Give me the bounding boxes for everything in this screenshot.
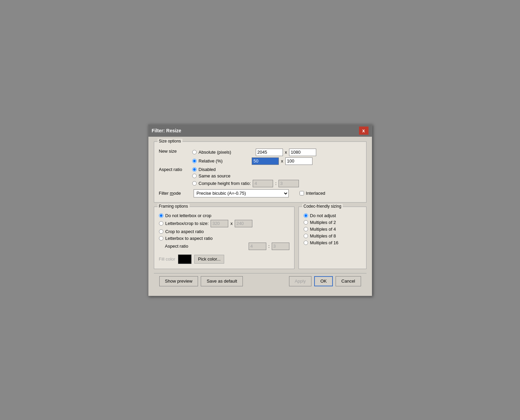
framing-aspect-height-input[interactable]: 3 [272, 243, 289, 250]
codec-radio-4[interactable] [304, 234, 308, 238]
aspect-same-radio[interactable] [192, 174, 197, 178]
codec-row-4: Multiples of 8 [304, 233, 361, 238]
framing-row-4: Letterbox to aspect ratio [159, 236, 289, 241]
aspect-ratio-label: Aspect ratio [159, 167, 190, 172]
letterbox-height-input[interactable]: 240 [235, 220, 252, 227]
codec-row-3: Multiples of 4 [304, 227, 361, 232]
interlaced-group: Interlaced [300, 191, 325, 196]
size-options-title: Size options [158, 139, 182, 144]
framing-label-4[interactable]: Letterbox to aspect ratio [165, 236, 213, 241]
codec-row-2: Multiples of 2 [304, 220, 361, 225]
show-preview-button[interactable]: Show preview [159, 276, 198, 286]
codec-label-3[interactable]: Multiples of 4 [310, 227, 336, 232]
framing-radio-1[interactable] [159, 213, 163, 218]
framing-row-3: Crop to aspect ratio [159, 229, 289, 234]
aspect-compute-label[interactable]: Compute height from ratio: [199, 181, 251, 186]
relative-x-sep: x [281, 158, 283, 164]
fill-color-label: Fill color [159, 256, 175, 262]
compute-height-row: Compute height from ratio: 4 : 3 [192, 180, 299, 187]
absolute-width-input[interactable]: 2045 [256, 149, 283, 156]
dialog-resize: Filter: Resize x Size options New size A… [148, 124, 372, 296]
apply-button[interactable]: Apply [289, 276, 312, 286]
bottom-sections: Framing options Do not letterbox or crop… [154, 207, 366, 269]
aspect-disabled-label[interactable]: Disabled [199, 167, 216, 172]
interlaced-label[interactable]: Interlaced [306, 191, 325, 196]
codec-sizing-title: Codec-friendly sizing [302, 204, 343, 209]
codec-row-5: Multiples of 16 [304, 240, 361, 245]
title-bar: Filter: Resize x [148, 125, 372, 137]
framing-label-1[interactable]: Do not letterbox or crop [165, 213, 212, 218]
codec-sizing-section: Codec-friendly sizing Do not adjust Mult… [299, 207, 366, 269]
aspect-compute-radio[interactable] [192, 181, 197, 186]
framing-options-title: Framing options [158, 204, 190, 209]
relative-width-input[interactable]: 50 [252, 157, 279, 165]
codec-options-list: Do not adjust Multiples of 2 Multiples o… [304, 211, 361, 245]
ratio-width-input[interactable]: 4 [253, 180, 273, 187]
framing-aspect-width-input[interactable]: 4 [249, 243, 266, 250]
aspect-disabled-radio[interactable] [192, 167, 197, 172]
ratio-colon: : [275, 181, 276, 186]
size-options-section: Size options New size Absolute (pixels) … [154, 141, 366, 203]
codec-row-1: Do not adjust [304, 213, 361, 218]
framing-row-2: Letterbox/crop to size: 320 x 240 [159, 220, 289, 227]
codec-label-5[interactable]: Multiples of 16 [310, 240, 339, 245]
ok-button[interactable]: OK [314, 276, 333, 286]
fill-color-row: Fill color Pick color... [159, 254, 289, 264]
close-button[interactable]: x [359, 127, 369, 135]
codec-radio-2[interactable] [304, 220, 308, 225]
ratio-height-input[interactable]: 3 [279, 180, 299, 187]
absolute-radio[interactable] [192, 150, 197, 154]
framing-options-list: Do not letterbox or crop Letterbox/crop … [159, 211, 289, 264]
dialog-body: Size options New size Absolute (pixels) … [148, 137, 372, 296]
aspect-same-label[interactable]: Same as source [199, 173, 231, 178]
absolute-label[interactable]: Absolute (pixels) [199, 150, 231, 155]
codec-radio-1[interactable] [304, 213, 308, 218]
filter-mode-row: Filter mode Precise bicubic (A=-0.75) In… [159, 189, 361, 197]
framing-aspect-row: Aspect ratio 4 : 3 [165, 243, 289, 250]
framing-aspect-label: Aspect ratio [165, 244, 196, 249]
relative-height-input[interactable]: 100 [285, 157, 312, 165]
framing-aspect-colon: : [268, 244, 270, 249]
relative-label[interactable]: Relative (%) [199, 158, 223, 164]
save-as-default-button[interactable]: Save as default [201, 276, 243, 286]
fill-color-swatch[interactable] [178, 254, 192, 264]
codec-label-1[interactable]: Do not adjust [310, 213, 336, 218]
codec-label-2[interactable]: Multiples of 2 [310, 220, 336, 225]
codec-radio-3[interactable] [304, 227, 308, 231]
absolute-row: Absolute (pixels) 2045 x 1080 [192, 149, 317, 156]
filter-mode-label: Filter mode [159, 191, 190, 196]
absolute-height-input[interactable]: 1080 [289, 149, 316, 156]
letterbox-width-input[interactable]: 320 [211, 220, 228, 227]
letterbox-x-sep: x [230, 221, 233, 226]
same-as-source-row: Same as source [192, 173, 299, 178]
relative-row: Relative (%) 50 x 100 [192, 157, 317, 165]
cancel-button[interactable]: Cancel [336, 276, 361, 286]
relative-size-inputs: 50 x 100 [252, 157, 312, 165]
aspect-ratio-group: Disabled Same as source Compute height f… [192, 167, 299, 187]
framing-label-2[interactable]: Letterbox/crop to size: [165, 221, 209, 226]
absolute-size-inputs: 2045 x 1080 [256, 149, 317, 156]
new-size-radio-group: Absolute (pixels) 2045 x 1080 Relative (… [192, 149, 317, 165]
codec-radio-5[interactable] [304, 241, 308, 245]
disabled-row: Disabled [192, 167, 299, 172]
framing-label-3[interactable]: Crop to aspect ratio [165, 229, 204, 234]
interlaced-checkbox[interactable] [300, 191, 304, 195]
framing-options-section: Framing options Do not letterbox or crop… [154, 207, 294, 269]
absolute-x-sep: x [285, 150, 287, 155]
relative-radio[interactable] [192, 159, 197, 163]
framing-row-1: Do not letterbox or crop [159, 213, 289, 218]
codec-label-4[interactable]: Multiples of 8 [310, 233, 336, 238]
framing-radio-3[interactable] [159, 229, 163, 234]
framing-radio-4[interactable] [159, 236, 163, 241]
dialog-title: Filter: Resize [152, 128, 181, 133]
new-size-label: New size [159, 149, 190, 154]
pick-color-button[interactable]: Pick color... [194, 255, 224, 264]
button-bar: Show preview Save as default Apply OK Ca… [154, 273, 366, 291]
filter-mode-select[interactable]: Precise bicubic (A=-0.75) [194, 189, 289, 197]
framing-radio-2[interactable] [159, 221, 163, 226]
